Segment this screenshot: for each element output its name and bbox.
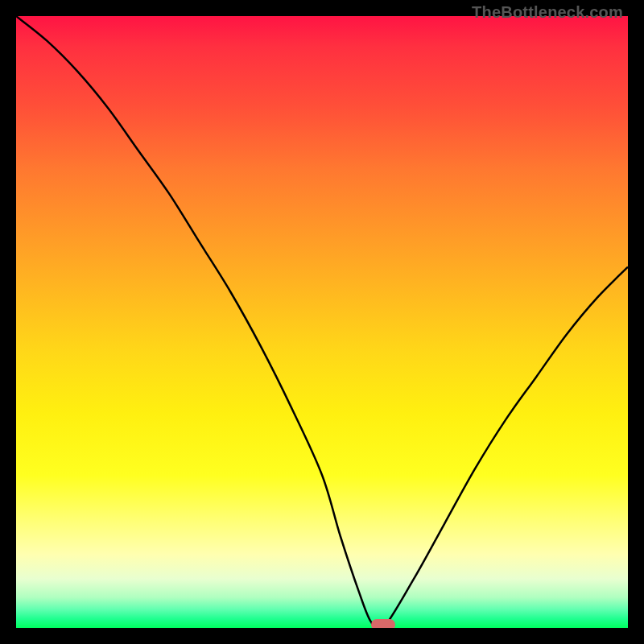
bottleneck-curve bbox=[16, 16, 628, 628]
optimal-point-marker bbox=[371, 619, 395, 628]
plot-gradient-background bbox=[16, 16, 628, 628]
watermark-text: TheBottleneck.com bbox=[472, 3, 623, 22]
chart-container: TheBottleneck.com bbox=[0, 0, 644, 644]
